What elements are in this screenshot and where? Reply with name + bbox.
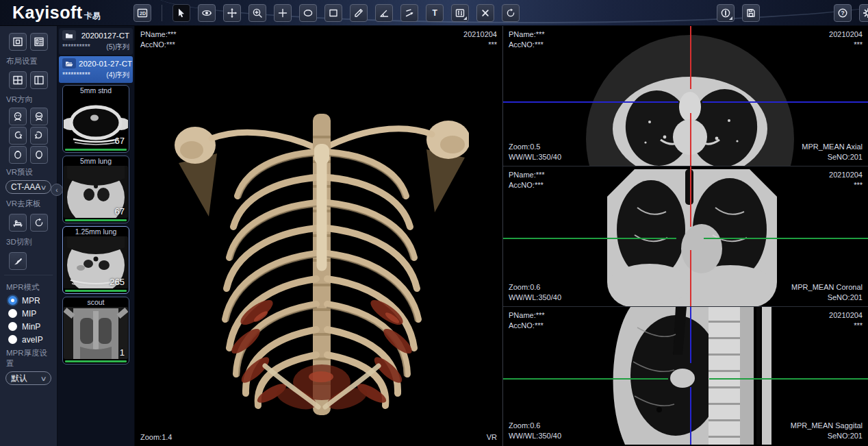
reset-icon — [34, 217, 44, 228]
mpr-pname: PName:*** — [509, 310, 545, 321]
remove-bed-button[interactable] — [9, 214, 27, 232]
thumbnail-5mm-stnd[interactable]: 5mm stnd 67 — [62, 85, 129, 153]
vr-view-left-button[interactable] — [9, 127, 27, 145]
sagittal-crosshair-vertical-bottom[interactable] — [690, 387, 691, 445]
series-item-2-selected[interactable]: 2020-01-27-CT ********** (4)序列 — [59, 56, 133, 83]
vr-view-inferior-button[interactable] — [30, 146, 48, 164]
vr-preset-select[interactable]: CT-AAA ∨ — [5, 180, 51, 194]
thumbnail-image-count: 265 — [110, 277, 125, 287]
radio-label: aveIP — [22, 335, 43, 345]
mpr-sagittal-viewport[interactable]: PName:*** AccNO:*** 20210204 *** Zoom:0.… — [503, 307, 868, 445]
mpr-coronal-viewport[interactable]: PName:*** AccNO:*** 20210204 *** Zoom:0.… — [503, 166, 868, 307]
coronal-crosshair-vertical-bottom[interactable] — [690, 250, 691, 307]
reset-button[interactable] — [502, 4, 520, 22]
axial-crosshair-horizontal-right[interactable] — [702, 101, 868, 103]
axial-crosshair-horizontal-left[interactable] — [503, 101, 678, 103]
sagittal-crosshair-horizontal-right[interactable] — [709, 378, 868, 380]
cursor-icon — [176, 8, 187, 18]
mpr-accno: AccNO:*** — [509, 321, 545, 331]
layout-custom-button[interactable] — [30, 33, 48, 51]
delete-annotation-button[interactable] — [476, 4, 494, 22]
mpr-date: 20210204 — [829, 310, 863, 321]
measure-line-button[interactable] — [350, 4, 368, 22]
mpr-stars: *** — [829, 321, 863, 331]
mpr-wwwl: WW/WL:350/40 — [509, 293, 561, 303]
vr-direction-label: VR方向 — [0, 92, 57, 106]
svg-text:?: ? — [841, 10, 844, 16]
window-level-button[interactable] — [451, 4, 469, 22]
mpr-pname: PName:*** — [509, 29, 545, 40]
mpr-mode-radio-aveip[interactable]: aveIP — [0, 333, 57, 346]
series-item-1[interactable]: 20200127-CT ********** (5)序列 — [59, 28, 133, 55]
pan-button[interactable] — [223, 4, 241, 22]
mpr-stars: *** — [829, 40, 863, 50]
coronal-crosshair-vertical-top[interactable] — [690, 166, 691, 227]
rotate-3d-icon — [201, 8, 212, 18]
ellipse-roi-button[interactable] — [299, 4, 317, 22]
mpr-seno: SeNO:201 — [791, 431, 863, 441]
layout-1x1-icon — [12, 36, 23, 47]
cursor-button[interactable] — [173, 4, 190, 22]
2d-view-icon: 2D — [137, 8, 148, 18]
vr-view-superior-button[interactable] — [9, 146, 27, 164]
window-level-icon — [455, 8, 465, 18]
layout-1x2-button[interactable] — [30, 71, 48, 89]
axial-crosshair-vertical-top[interactable] — [690, 26, 691, 89]
rotate-3d-button[interactable] — [198, 4, 216, 22]
vr-view-right-button[interactable] — [30, 127, 48, 145]
mpr-view-name: MPR_MEAN Axial — [802, 142, 863, 152]
layout-1x2-icon — [34, 75, 44, 86]
series-masked-id: ********** — [62, 71, 90, 80]
coronal-crosshair-horizontal-left[interactable] — [503, 238, 676, 239]
sagittal-crosshair-horizontal-left[interactable] — [503, 378, 668, 380]
vr-view-anterior-button[interactable] — [9, 108, 27, 125]
series-panel: 20200127-CT ********** (5)序列 2020-01-27-… — [58, 26, 135, 446]
mpr-zoom: Zoom:0.6 — [509, 421, 561, 431]
text-annotation-button[interactable]: T — [426, 4, 444, 22]
zoom-button[interactable] — [248, 4, 266, 22]
coronal-crosshair-horizontal-right[interactable] — [704, 238, 868, 239]
sagittal-crosshair-vertical-top[interactable] — [690, 307, 691, 363]
bed-reset-button[interactable] — [30, 214, 48, 232]
locate-crosshair-button[interactable] — [274, 4, 292, 22]
sidebar-collapse-handle[interactable]: ‹ — [51, 184, 63, 196]
help-button[interactable]: ? — [834, 4, 852, 22]
rect-roi-button[interactable] — [324, 4, 342, 22]
scalpel-button[interactable] — [9, 252, 27, 270]
mpr-thickness-select[interactable]: 默认 ∨ — [5, 371, 51, 385]
series-info-button[interactable] — [717, 4, 735, 22]
thumbnail-scout[interactable]: scout 1 — [62, 297, 129, 364]
thumbnail-5mm-lung[interactable]: 5mm lung 67 — [62, 156, 129, 223]
mpr-mode-radio-mpr[interactable]: MPR — [0, 294, 57, 307]
layout-2x2-button[interactable] — [9, 71, 27, 89]
layout-custom-icon — [34, 36, 44, 47]
mpr-thickness-value: 默认 — [11, 373, 27, 384]
thumbnail-1-25mm-lung-selected[interactable]: 1.25mm lung 265 — [62, 226, 129, 294]
save-button[interactable] — [742, 4, 760, 22]
mpr-zoom: Zoom:0.6 — [509, 282, 561, 293]
mpr-column: PName:*** AccNO:*** 20210204 *** Zoom:0.… — [502, 26, 868, 446]
vr-viewport[interactable]: PName:*** AccNO:*** 20210204 *** Zoom:1.… — [135, 26, 502, 446]
vr-view-posterior-button[interactable] — [30, 108, 48, 125]
mpr-mode-radio-minp[interactable]: MinP — [0, 320, 57, 333]
ellipse-icon — [303, 8, 314, 18]
settings-button[interactable] — [859, 4, 868, 22]
mpr-zoom: Zoom:0.5 — [509, 142, 561, 152]
head-front-icon — [12, 111, 23, 122]
vr-preset-label: VR预设 — [0, 165, 57, 179]
close-x-icon — [480, 8, 491, 18]
thumbnail-label: 5mm stnd — [64, 86, 128, 95]
logo-text: Kayisoft — [12, 3, 83, 23]
mpr-view-name: MPR_MEAN Coronal — [791, 282, 863, 293]
layout-1x1-button[interactable] — [9, 33, 27, 51]
svg-text:2D: 2D — [140, 11, 146, 16]
mpr-thickness-label: MPR厚度设置 — [0, 346, 57, 370]
cobb-angle-button[interactable] — [400, 4, 418, 22]
mpr-mode-radio-mip[interactable]: MIP — [0, 307, 57, 320]
mpr-axial-viewport[interactable]: PName:*** AccNO:*** 20210204 *** Zoom:0.… — [503, 26, 868, 166]
vr-bed-removal-label: VR去床板 — [0, 197, 57, 210]
toolbar-separator — [162, 5, 162, 21]
angle-button[interactable] — [375, 4, 393, 22]
2d-view-button[interactable]: 2D — [133, 4, 151, 22]
axial-crosshair-vertical-bottom[interactable] — [690, 113, 691, 166]
